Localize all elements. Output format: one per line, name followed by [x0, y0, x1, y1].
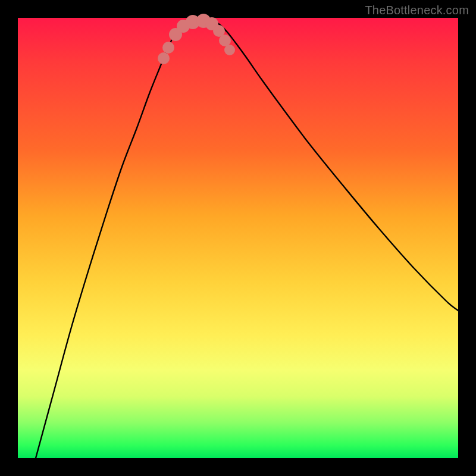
markers-group	[158, 14, 235, 64]
chart-frame: TheBottleneck.com	[0, 0, 476, 476]
marker-dot-8	[219, 35, 231, 46]
watermark-text: TheBottleneck.com	[365, 4, 469, 17]
chart-svg	[18, 18, 458, 458]
marker-dot-0	[158, 52, 170, 64]
curve-right-curve	[214, 21, 458, 311]
marker-dot-1	[162, 42, 174, 54]
marker-dot-9	[224, 45, 235, 55]
curves-group	[36, 20, 458, 458]
curve-left-curve	[36, 21, 193, 458]
plot-area	[18, 18, 458, 458]
